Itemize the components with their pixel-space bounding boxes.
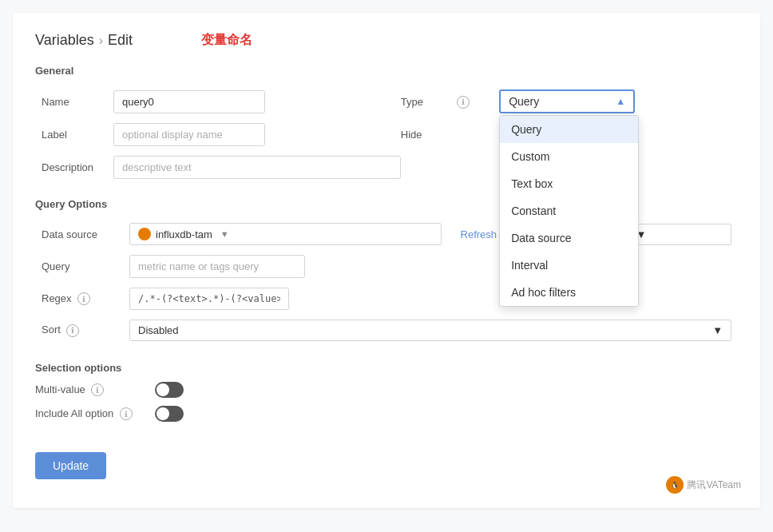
include-all-thumb [157,407,169,420]
type-label: Type [394,85,451,118]
dropdown-item-adhoc[interactable]: Ad hoc filters [500,279,638,306]
regex-label: Regex ℹ [35,283,123,315]
annotation-label: 变量命名 [201,32,252,49]
name-input[interactable] [113,90,265,113]
watermark-text: 腾讯VATeam [687,478,741,492]
datasource-value: influxdb-tam [156,228,212,240]
multi-value-track [155,382,184,398]
description-input[interactable] [113,156,401,179]
update-button[interactable]: Update [35,452,106,479]
hide-label: Hide [394,118,451,151]
sort-info-icon[interactable]: ℹ [66,324,79,337]
datasource-select[interactable]: influxdb-tam ▼ [129,223,442,245]
datasource-chevron-icon: ▼ [220,229,229,239]
dropdown-item-custom[interactable]: Custom [500,143,638,170]
sort-chevron-icon: ▼ [712,324,723,336]
type-dropdown-menu: Query Custom Text box Constant Data sour… [499,115,639,307]
include-all-toggle[interactable] [155,406,184,422]
description-label: Description [35,151,107,184]
multi-value-info-icon[interactable]: ℹ [91,383,104,396]
multi-value-label: Multi-value [35,383,85,395]
sort-label: Sort ℹ [35,315,123,346]
watermark-logo: 🐧 [666,476,684,494]
breadcrumb: Variables › Edit 变量命名 [35,32,738,49]
general-section-title: General [35,65,738,77]
name-label: Name [35,85,107,118]
page-wrapper: Variables › Edit 变量命名 General Name Type … [13,13,760,508]
sort-row: Sort ℹ Disabled ▼ [35,315,738,346]
type-dropdown-button[interactable]: Query ▲ [499,89,635,113]
datasource-label: Data source [35,218,123,250]
datasource-icon [138,228,151,240]
include-all-track [155,406,184,422]
multi-value-row: Multi-value ℹ [35,382,738,398]
chevron-up-icon: ▲ [616,96,625,107]
dropdown-item-constant[interactable]: Constant [500,197,638,224]
label-label: Label [35,118,107,151]
dropdown-item-datasource[interactable]: Data source [500,224,638,252]
regex-input[interactable] [129,288,289,310]
regex-info-icon[interactable]: ℹ [77,292,90,305]
refresh-button[interactable]: Refresh [454,225,504,244]
type-dropdown-container: Query ▲ Query Custom Text box Constant D… [499,89,635,113]
dropdown-item-textbox[interactable]: Text box [500,170,638,197]
multi-value-toggle[interactable] [155,382,184,398]
sort-select[interactable]: Disabled ▼ [129,320,731,341]
name-row: Name Type ℹ Query ▲ Query Custom [35,85,738,118]
type-info-icon[interactable]: ℹ [457,96,470,109]
selection-options-title: Selection options [35,362,738,374]
label-input[interactable] [113,123,265,146]
type-selected-value: Query [509,95,539,108]
dropdown-item-query[interactable]: Query [500,116,638,143]
query-input[interactable] [129,255,305,278]
general-form-table: Name Type ℹ Query ▲ Query Custom [35,85,738,184]
include-all-label: Include All option [35,407,113,419]
include-all-info-icon[interactable]: ℹ [120,407,133,420]
breadcrumb-current: Edit [108,32,133,49]
include-all-row: Include All option ℹ [35,406,738,422]
breadcrumb-sep: › [99,34,103,48]
breadcrumb-root[interactable]: Variables [35,32,94,49]
query-label: Query [35,250,123,283]
dropdown-item-interval[interactable]: Interval [500,252,638,279]
watermark: 🐧 腾讯VATeam [666,476,741,494]
selection-options-section: Selection options Multi-value ℹ Include … [35,362,738,422]
multi-value-thumb [157,383,169,396]
sort-value: Disabled [138,324,179,336]
